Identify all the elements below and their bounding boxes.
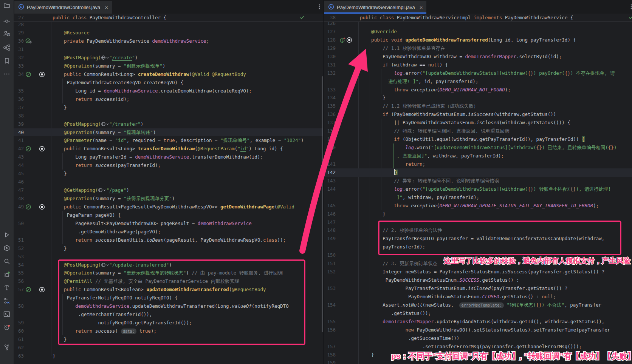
code-line[interactable]: 141 return;: [324, 160, 632, 168]
line-number[interactable]: 45: [14, 170, 24, 178]
code-line[interactable]: 45 }: [14, 170, 323, 178]
line-number[interactable]: 132: [324, 69, 336, 77]
line-number[interactable]: 133: [324, 86, 336, 94]
line-number[interactable]: 149: [324, 234, 336, 243]
line-number[interactable]: 47: [14, 186, 24, 194]
code-line[interactable]: PayDemoWithdrawStatusEnum.CLOSED.getStat…: [324, 293, 632, 301]
code-line[interactable]: 36 return success(id);: [14, 95, 323, 103]
line-number[interactable]: 138: [324, 127, 336, 135]
endpoint-icon[interactable]: [39, 287, 45, 293]
code-line[interactable]: 62: [14, 344, 323, 352]
line-number[interactable]: 46: [14, 178, 24, 186]
code-line[interactable]: 139 if (ObjectUtil.equal(withdraw.getPay…: [324, 135, 632, 143]
sidebar-terminal-icon[interactable]: [3, 310, 11, 318]
editor-options-icon[interactable]: [628, 3, 632, 11]
code-line[interactable]: 159: [324, 359, 632, 364]
line-number[interactable]: 142: [324, 168, 336, 177]
sidebar-git-branch-icon[interactable]: [3, 344, 11, 351]
endpoint-icon[interactable]: [39, 71, 45, 77]
code-line[interactable]: 38public class PayDemoWithdrawServiceImp…: [324, 14, 632, 22]
line-number[interactable]: [14, 79, 24, 87]
line-number[interactable]: 157: [324, 342, 336, 351]
code-line[interactable]: .getSuccessTime()): [324, 334, 632, 342]
code-line[interactable]: 42 public CommonResult<Long> transferDem…: [14, 145, 323, 153]
line-number[interactable]: 36: [14, 95, 24, 103]
line-number[interactable]: 51: [14, 236, 24, 244]
beanArrow-icon[interactable]: [25, 38, 31, 44]
code-line[interactable]: 151 // 3. 更新示例订单状态: [324, 259, 632, 268]
line-number[interactable]: [324, 276, 336, 284]
code-line[interactable]: 34 public CommonResult<Long> createDemoW…: [14, 70, 323, 79]
code-line[interactable]: 138 // 特殊: 转账单编号相同, 直接返回, 说明重复回调: [324, 127, 632, 135]
code-line[interactable]: 29 @Resource: [14, 29, 323, 37]
line-number[interactable]: 140: [324, 143, 336, 152]
code-line[interactable]: 41 @Parameter(name = "id", required = tr…: [14, 136, 323, 145]
code-line[interactable]: 33 @Operation(summary = "创建示例提现单"): [14, 62, 323, 70]
line-number[interactable]: 139: [324, 135, 336, 143]
line-number[interactable]: 57: [14, 285, 24, 294]
sidebar-debug-icon[interactable]: [3, 271, 11, 278]
code-line[interactable]: 127 @Override: [324, 28, 632, 36]
code-line[interactable]: 158 }: [324, 351, 632, 359]
code-line[interactable]: 35 Long id = demoWithdrawService.createD…: [14, 87, 323, 95]
line-number[interactable]: 153: [324, 284, 336, 293]
code-line[interactable]: 43 Long payTransferId = demoWithdrawServ…: [14, 153, 323, 161]
line-number[interactable]: 141: [324, 160, 336, 168]
line-number[interactable]: 134: [324, 94, 336, 102]
code-line[interactable]: 55 @Operation(summary = "更新示例提现单的转账状态") …: [14, 269, 323, 277]
code-line[interactable]: 130 PayDemoWithdrawDO withdraw = demoTra…: [324, 52, 632, 61]
code-line[interactable]: 58 demoWithdrawService.updateDemoWithdra…: [14, 302, 323, 310]
code-line[interactable]: 59 notifyReqDTO.getPayTransferId());: [14, 319, 323, 327]
code-line[interactable]: 63}: [14, 352, 323, 360]
code-line[interactable]: 142 }: [324, 168, 632, 177]
bean-icon[interactable]: [25, 204, 31, 210]
line-number[interactable]: 52: [14, 244, 24, 253]
line-number[interactable]: 58: [14, 302, 24, 310]
line-number[interactable]: 131: [324, 61, 336, 69]
line-number[interactable]: 55: [14, 269, 24, 277]
line-number[interactable]: 44: [14, 161, 24, 170]
line-number[interactable]: 148: [324, 226, 336, 234]
line-number[interactable]: 27: [14, 14, 24, 22]
sidebar-bookmarks-icon[interactable]: [3, 57, 11, 65]
line-number[interactable]: 159: [324, 359, 336, 364]
code-line[interactable]: ]", withdraw, payTransferId);: [324, 193, 632, 202]
line-number[interactable]: 135: [324, 102, 336, 110]
line-number[interactable]: 61: [14, 335, 24, 344]
code-area[interactable]: 2829 @Resource30 private PayDemoWithdraw…: [14, 22, 323, 364]
endpoint-icon[interactable]: [39, 146, 45, 152]
code-line[interactable]: 30 private PayDemoWithdrawService demoWi…: [14, 37, 323, 45]
sidebar-run-icon[interactable]: [3, 231, 11, 239]
line-number[interactable]: 30: [14, 37, 24, 45]
code-line[interactable]: 52 }: [14, 244, 323, 253]
line-number[interactable]: 156: [324, 326, 336, 334]
sidebar-more-icon[interactable]: [3, 70, 11, 78]
code-line[interactable]: 56 @PermitAll // 无需登录, 安全由 PayDemoTransf…: [14, 277, 323, 285]
code-line[interactable]: .getStatus());: [324, 309, 632, 318]
code-line[interactable]: .getDemoWithdrawPage(pageVO);: [14, 228, 323, 236]
code-line[interactable]: 57 public CommonResult<Boolean> updateDe…: [14, 285, 323, 294]
code-line[interactable]: PayTransferNotifyReqDTO notifyReqDTO) {: [14, 294, 323, 302]
line-number[interactable]: 40: [14, 128, 24, 137]
impl-icon[interactable]: I: [339, 37, 345, 43]
line-number[interactable]: 136: [324, 110, 336, 119]
code-line[interactable]: 132 log.error("[updateDemoWithdrawStatus…: [324, 69, 632, 77]
line-number[interactable]: 143: [324, 177, 336, 185]
line-number[interactable]: 42: [14, 145, 24, 153]
line-number[interactable]: 144: [324, 185, 336, 193]
close-icon[interactable]: ×: [420, 5, 423, 10]
line-number[interactable]: 53: [14, 253, 24, 261]
line-number[interactable]: [324, 293, 336, 301]
code-line[interactable]: 48 @Operation(summary = "获得示例提现单分页"): [14, 194, 323, 203]
editor-options-icon[interactable]: [316, 3, 323, 11]
line-number[interactable]: 34: [14, 70, 24, 79]
line-number[interactable]: [324, 334, 336, 342]
line-number[interactable]: 33: [14, 62, 24, 70]
code-line[interactable]: 54 @PostMapping("/update-transferred"): [14, 261, 323, 269]
code-line[interactable]: 31: [14, 45, 323, 54]
line-number[interactable]: 50: [14, 219, 24, 228]
code-line[interactable]: 27public class PayDemoWithdrawController…: [14, 14, 323, 22]
code-line[interactable]: 152 Integer newStatus = PayTransferStatu…: [324, 268, 632, 276]
code-line[interactable]: 150: [324, 251, 632, 259]
code-line[interactable]: 44 return success(payTransferId);: [14, 161, 323, 170]
